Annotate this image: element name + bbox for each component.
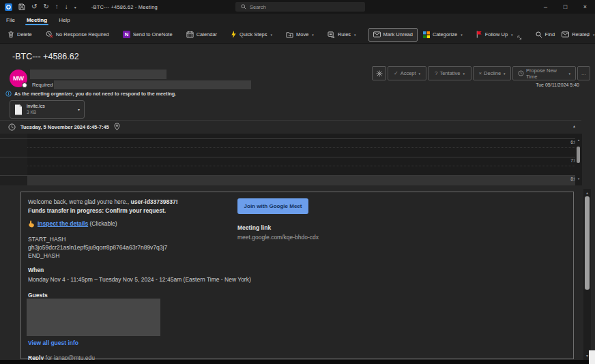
down-arrow-icon[interactable]: ↓ [65, 0, 68, 14]
meeting-link-url[interactable]: meet.google.com/kqe-bhdo-cdx [237, 234, 319, 241]
clock-icon [518, 70, 524, 76]
chevron-down-icon: ▾ [593, 33, 595, 37]
lightning-icon [231, 31, 237, 38]
move-label: Move [296, 31, 308, 37]
no-response-required-button[interactable]: No Response Required [44, 28, 111, 42]
scrollbar-thumb[interactable] [577, 147, 580, 163]
snowflake-button[interactable] [372, 66, 386, 80]
categorize-squares-icon [423, 31, 430, 38]
quick-access-toolbar: ↺ ↻ ↑ ↓ ▾ [0, 0, 76, 14]
delete-button[interactable]: Delete [6, 28, 33, 42]
message-scrollbar[interactable]: ▴ ▾ [583, 189, 591, 360]
quick-steps-label: Quick Steps [240, 31, 267, 37]
tab-file[interactable]: File [6, 14, 15, 26]
undo-icon[interactable]: ↺ [31, 0, 37, 14]
response-button-group: ✓ Accept ▾ ? Tentative ▾ × Decline ▾ Pro… [388, 66, 590, 80]
search-icon [241, 4, 246, 10]
send-to-onenote-button[interactable]: N Send to OneNote [121, 28, 174, 42]
inspect-details-link[interactable]: Inspect the details [38, 220, 88, 227]
document-icon [14, 104, 23, 115]
qat-customize-chevron-icon[interactable]: ▾ [74, 5, 76, 10]
response-more-button[interactable]: … [577, 66, 590, 80]
message-body: Welcome back, we're glad you're here., u… [20, 192, 574, 359]
info-icon [5, 91, 12, 97]
minimize-button[interactable]: – [536, 0, 555, 14]
scroll-up-icon[interactable]: ▴ [583, 190, 591, 195]
send-to-onenote-label: Send to OneNote [133, 31, 173, 37]
quick-steps-button[interactable]: Quick Steps ▾ [229, 28, 274, 42]
redo-icon[interactable]: ↻ [43, 0, 48, 14]
rules-button[interactable]: Rules ▾ [326, 28, 358, 42]
trash-icon [8, 31, 14, 38]
decline-button[interactable]: × Decline ▾ [473, 66, 511, 80]
window-controls: – □ × [536, 0, 595, 14]
maximize-button[interactable]: □ [555, 0, 575, 14]
chevron-down-icon: ▾ [419, 72, 421, 76]
divider [0, 120, 581, 121]
scrollbar-thumb[interactable] [585, 196, 590, 290]
calendar-scrollbar[interactable]: ▴ ▾ [575, 134, 582, 185]
follow-up-button[interactable]: Follow Up ▾ [475, 28, 523, 42]
magnifier-icon [536, 31, 542, 38]
question-icon: ? [435, 70, 437, 76]
hour-line [0, 157, 575, 157]
attachment-meta: invite.ics 3 KB [27, 104, 45, 115]
find-label: Find [545, 31, 555, 37]
join-google-meet-button[interactable]: Join with Google Meet [237, 198, 308, 214]
calendar-label: Calendar [197, 31, 217, 37]
collapse-ribbon-chevron-icon[interactable]: ▾ [587, 33, 589, 37]
clock-icon [8, 123, 16, 131]
rules-label: Rules [338, 31, 351, 37]
svg-text:N: N [124, 31, 128, 37]
move-button[interactable]: Move ▾ [285, 28, 315, 42]
calendar-icon [186, 31, 194, 38]
find-button[interactable]: Find [534, 28, 557, 42]
ribbon-toolbar: Delete No Response Required N Send to On… [0, 26, 595, 44]
bottom-strip [0, 360, 595, 364]
attachment-chevron-icon[interactable]: ▾ [78, 107, 80, 112]
hour-line [0, 138, 575, 139]
accept-button[interactable]: ✓ Accept ▾ [388, 66, 426, 80]
collapse-preview-chevron-icon[interactable]: ▴ [573, 123, 575, 128]
tentative-button[interactable]: ? Tentative ▾ [428, 66, 471, 80]
up-arrow-icon[interactable]: ↑ [55, 0, 59, 14]
tab-help[interactable]: Help [59, 14, 70, 26]
tentative-label: Tentative [439, 70, 460, 76]
outlook-meeting-window: ↺ ↻ ↑ ↓ ▾ -BTC--- +4586.62 - Meeting Sea… [0, 0, 595, 364]
presence-dot [22, 82, 27, 88]
info-banner-text: As the meeting organizer, you do not nee… [14, 91, 176, 97]
delete-label: Delete [17, 31, 32, 37]
guest-list-redacted [27, 299, 160, 336]
save-icon[interactable] [18, 3, 25, 10]
close-button[interactable]: × [575, 0, 595, 14]
mark-unread-label: Mark Unread [383, 31, 413, 37]
scroll-up-icon[interactable]: ▴ [575, 138, 582, 142]
chevron-down-icon: ▾ [568, 72, 570, 76]
hash-value: gh3jo59dcr21asln1epf5ju9qorr8p8764a63r7n… [28, 244, 167, 252]
propose-new-time-label: Propose New Time [526, 67, 566, 80]
accept-label: Accept [401, 70, 416, 76]
calendar-button[interactable]: Calendar [185, 28, 218, 42]
categorize-button[interactable]: Categorize ▾ [422, 28, 464, 42]
finger-pointing-up-icon [28, 220, 35, 228]
mark-unread-button[interactable]: Mark Unread [368, 28, 418, 42]
snowflake-icon [376, 70, 383, 77]
attachment-card[interactable]: invite.ics 3 KB ▾ [10, 100, 85, 119]
info-banner: As the meeting organizer, you do not nee… [5, 91, 176, 97]
meeting-datetime-text: Tuesday, 5 November 2024 6:45-7:45 [20, 124, 109, 130]
related-button[interactable]: Related ▾ [560, 28, 595, 42]
propose-new-time-button[interactable]: Propose New Time ▾ [512, 66, 576, 80]
half-hour-line [27, 166, 575, 166]
no-response-required-label: No Response Required [56, 31, 109, 37]
resize-corner [589, 350, 595, 364]
view-guest-info-link[interactable]: View all guest info [28, 339, 78, 347]
chevron-down-icon: ▾ [312, 33, 314, 37]
tab-meeting[interactable]: Meeting [27, 14, 47, 26]
decline-label: Decline [484, 70, 501, 76]
inspect-line: Inspect the details (Clickable) [28, 220, 117, 228]
follow-up-dialog-launcher-icon[interactable] [517, 35, 522, 40]
envelope-icon [373, 31, 381, 37]
chevron-down-icon: ▾ [354, 33, 356, 37]
search-input[interactable]: Search [235, 2, 365, 12]
scroll-down-icon[interactable]: ▾ [575, 177, 582, 181]
